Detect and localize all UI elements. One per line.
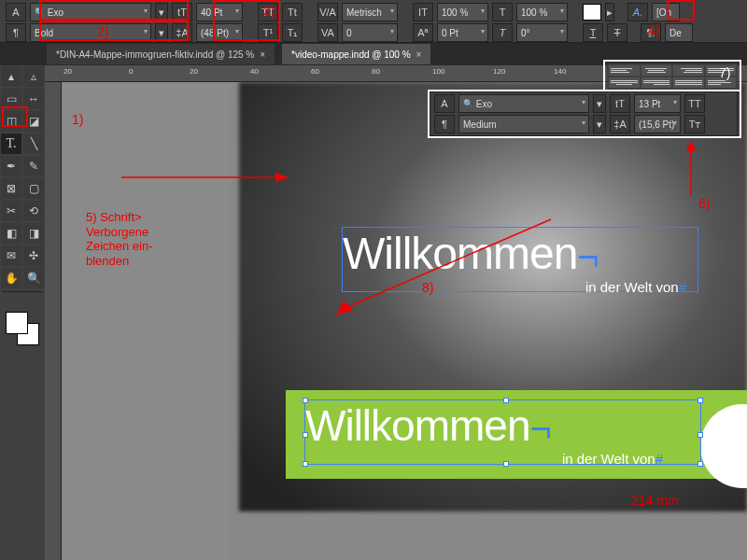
smallcaps-tt-icon[interactable]: Tt — [282, 3, 303, 21]
context-character-bar: A 🔍 Exo ▾ tT 13 Pt TT ¶ Medium ▾ ‡A (15,… — [430, 91, 738, 136]
font-dropdown-chevron[interactable]: ▾ — [155, 3, 168, 21]
line-tool[interactable]: ╲ — [23, 133, 44, 154]
document-tabs: *DIN-A4-Mappe-immogruen-fiktiv.indd @ 12… — [0, 43, 747, 65]
page-tool[interactable]: ▭ — [1, 89, 21, 109]
pen-tool[interactable]: ✒ — [1, 156, 21, 176]
gap-tool[interactable]: ↔ — [23, 89, 44, 109]
svg-marker-3 — [686, 140, 696, 151]
scissors-tool[interactable]: ✂ — [1, 201, 21, 221]
type-tool[interactable]: T. — [1, 133, 21, 154]
fill-color-swatch[interactable] — [583, 4, 601, 21]
align-center-icon[interactable] — [641, 65, 672, 76]
swatch-flyout-icon[interactable]: ▸ — [605, 3, 614, 21]
selection-tool[interactable]: ▴ — [1, 66, 21, 87]
arrow-1-to-frame — [121, 168, 289, 187]
skew-field[interactable]: 0° — [516, 23, 568, 42]
baseline-icon: Aª — [413, 23, 433, 42]
ctx-leading-icon: ‡A — [610, 115, 630, 133]
annotation-label-2: 2) — [97, 24, 108, 39]
note-tool[interactable]: ✉ — [1, 245, 21, 266]
content-placer-tool[interactable]: ◪ — [23, 111, 44, 132]
ctx-para-icon[interactable]: ¶ — [434, 115, 455, 133]
annotation-label-5: 5) Schrift> Verborgene Zeichen ein-blend… — [86, 210, 179, 268]
parastyle-field[interactable]: De — [665, 23, 693, 42]
size-icon: tT — [172, 3, 192, 21]
arrow-8 — [336, 215, 560, 317]
leading-field[interactable]: (48 Pt) — [196, 23, 243, 42]
ctx-leading[interactable]: (15,6 Pt) — [634, 115, 681, 133]
pencil-tool[interactable]: ✎ — [23, 156, 44, 176]
hand-tool[interactable]: ✋ — [1, 268, 21, 288]
leading-icon: ‡A — [172, 23, 192, 42]
char-style-icon[interactable]: A. — [627, 3, 648, 21]
char-panel-icon[interactable]: A — [6, 3, 26, 21]
underline-icon[interactable]: T — [583, 23, 603, 42]
direct-selection-tool[interactable]: ▵ — [23, 66, 44, 87]
superscript-icon[interactable]: T¹ — [258, 23, 278, 42]
vscale-icon: IT — [413, 3, 433, 21]
rectangle-tool[interactable]: ▢ — [23, 178, 44, 199]
align-left-icon[interactable] — [609, 65, 640, 76]
ctx-allcaps-icon[interactable]: TT — [684, 94, 705, 113]
annotation-label-1: 1) — [72, 112, 83, 127]
line-break-marker: ¬ — [529, 408, 550, 450]
svg-line-4 — [345, 219, 551, 308]
line-break-marker: ¬ — [577, 236, 598, 278]
gradient-feather-tool[interactable]: ◨ — [23, 223, 44, 244]
vscale-field[interactable]: 100 % — [437, 3, 488, 21]
text-frame-green[interactable]: Willkommen¬ in der Welt von# — [304, 399, 701, 465]
arrow-6 — [672, 140, 700, 205]
style-dropdown-chevron[interactable]: ▾ — [155, 23, 168, 42]
close-icon[interactable]: × — [260, 49, 265, 60]
doc-tab-1[interactable]: *DIN-A4-Mappe-immogruen-fiktiv.indd @ 12… — [47, 44, 275, 64]
justify-center-icon[interactable] — [609, 77, 640, 88]
free-transform-tool[interactable]: ⟲ — [23, 201, 44, 221]
end-of-story-marker: # — [679, 279, 686, 295]
ctx-style-chevron[interactable]: ▾ — [593, 115, 606, 133]
ctx-font-size[interactable]: 13 Pt — [634, 94, 681, 113]
align-right-icon[interactable] — [673, 65, 704, 76]
hscale-icon: T — [492, 3, 513, 21]
justify-right-icon[interactable] — [641, 77, 672, 88]
ctx-font-chevron[interactable]: ▾ — [593, 94, 606, 113]
tracking-field[interactable]: 0 — [342, 23, 398, 42]
eyedropper-tool[interactable]: ✣ — [23, 245, 44, 266]
annotation-label-3: 3) — [263, 4, 275, 19]
hscale-field[interactable]: 100 % — [516, 3, 568, 21]
annotation-label-4: 4) — [648, 22, 659, 37]
paragraph-alignment-grid — [607, 63, 738, 90]
ctx-size-icon: tT — [610, 94, 630, 113]
strikethrough-icon[interactable]: T — [607, 23, 627, 42]
close-icon[interactable]: × — [416, 49, 422, 60]
font-style-field[interactable]: Bold — [30, 23, 151, 42]
subscript-icon[interactable]: T₁ — [282, 23, 303, 42]
tools-panel: ▴ ▵ ▭ ↔ ◫ ◪ T. ╲ ✒ ✎ ⊠ ▢ ✂ ⟲ ◧ ◨ ✉ ✣ ✋ 🔍 — [0, 65, 45, 560]
para-panel-icon[interactable]: ¶ — [6, 23, 26, 42]
doc-tab-2[interactable]: *video-mappe.indd @ 100 %× — [282, 44, 430, 64]
ctx-smallcaps-icon[interactable]: Tᴛ — [684, 115, 705, 133]
fill-stroke-swatch[interactable] — [6, 312, 39, 345]
kerning-mode-field[interactable]: Metrisch — [342, 3, 398, 21]
gradient-swatch-tool[interactable]: ◧ — [1, 223, 21, 244]
document-canvas[interactable]: Willkommen¬ in der Welt von# Willkommen¬… — [62, 82, 747, 560]
rectangle-frame-tool[interactable]: ⊠ — [1, 178, 21, 199]
measurement-label: 214 mm — [631, 493, 679, 508]
font-family-field[interactable]: 🔍 Exo — [30, 3, 151, 21]
kerning-icon: V/A — [317, 3, 338, 21]
character-control-bar: A 🔍 Exo ▾ tT 40 Pt TT Tt V/A Metrisch IT… — [0, 0, 747, 43]
svg-marker-1 — [275, 173, 289, 182]
justify-full-icon[interactable] — [673, 77, 704, 88]
circle-shape — [700, 404, 747, 488]
ctx-char-icon[interactable]: A — [434, 94, 455, 113]
svg-marker-5 — [336, 301, 353, 315]
ctx-font-style[interactable]: Medium — [458, 115, 589, 133]
headline2-text[interactable]: Willkommen¬ — [305, 400, 700, 451]
content-collector-tool[interactable]: ◫ — [1, 111, 21, 132]
baseline-field[interactable]: 0 Pt — [437, 23, 488, 42]
charstyle-field[interactable]: [Oh — [652, 3, 680, 21]
skew-icon: T — [492, 23, 513, 42]
font-size-field[interactable]: 40 Pt — [196, 3, 243, 21]
ctx-font-family[interactable]: 🔍 Exo — [458, 94, 589, 113]
zoom-tool[interactable]: 🔍 — [23, 268, 44, 288]
annotation-label-7: 7) — [719, 65, 730, 80]
